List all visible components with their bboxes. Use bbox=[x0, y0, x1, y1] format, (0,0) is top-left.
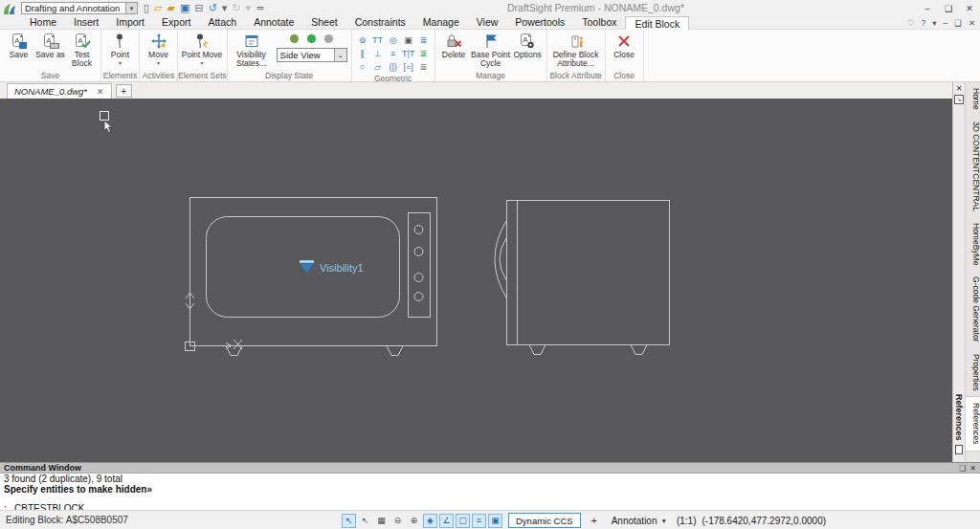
references-page-icon bbox=[955, 445, 963, 454]
menu-tab[interactable]: Export bbox=[153, 16, 199, 29]
constraint-horizontal-icon[interactable]: ≡ bbox=[386, 47, 401, 60]
command-window-close-icon[interactable]: ✕ bbox=[969, 464, 976, 473]
open-icon[interactable]: ▱ bbox=[154, 3, 162, 13]
point-move-button[interactable]: Point Move ▾ bbox=[181, 32, 223, 66]
side-tab[interactable]: References bbox=[966, 396, 980, 451]
menu-tab[interactable]: Manage bbox=[414, 16, 468, 29]
visibility-states-icon bbox=[243, 32, 260, 51]
menu-tab[interactable]: Annotate bbox=[245, 16, 302, 29]
constraint-vertical-icon[interactable]: TT bbox=[370, 33, 386, 47]
menu-tab[interactable]: Edit Block bbox=[625, 16, 689, 30]
command-input-area[interactable]: 3 found (2 duplicate), 9 totalSpecify en… bbox=[0, 474, 980, 515]
command-window: Command Window ❑ ✕ 3 found (2 duplicate)… bbox=[0, 462, 980, 510]
constraint-lock-entities-icon[interactable]: ≣ bbox=[416, 33, 432, 47]
redo-caret-icon[interactable]: ▾ bbox=[246, 3, 252, 13]
palette-pin-icon[interactable]: ↘ bbox=[954, 95, 964, 104]
menu-tab[interactable]: Import bbox=[107, 16, 153, 29]
etrack-toggle-icon[interactable]: ∠ bbox=[439, 514, 454, 528]
new-document-icon[interactable]: ▯ bbox=[144, 3, 149, 13]
polar-toggle-icon[interactable]: ⊕ bbox=[407, 514, 421, 528]
side-tab[interactable]: Home bbox=[966, 82, 980, 116]
display-state-select[interactable]: Side View ⌄ bbox=[277, 48, 347, 62]
side-tab[interactable]: Properties bbox=[966, 348, 980, 397]
palette-close-icon[interactable]: ✕ bbox=[956, 84, 963, 93]
quick-snap-toggle-icon[interactable]: ▣ bbox=[488, 514, 502, 528]
menu-tab[interactable]: Toolbox bbox=[573, 16, 625, 29]
document-tab[interactable]: NONAME_0.dwg* ✕ bbox=[7, 83, 112, 99]
window-title: DraftSight Premium - NONAME_0.dwg* bbox=[507, 2, 684, 13]
side-tab[interactable]: HomeByMe bbox=[966, 217, 980, 271]
constraint-concentric-icon[interactable]: ◎ bbox=[386, 33, 401, 47]
doc-close-icon[interactable]: ✕ bbox=[969, 18, 975, 28]
esnap-toggle-icon[interactable]: ◈ bbox=[423, 514, 437, 528]
constraint-tangent-icon[interactable]: T|T bbox=[401, 47, 416, 60]
dynamic-input-toggle-icon[interactable]: ▢ bbox=[456, 514, 470, 528]
display-state-select-caret-icon[interactable]: ⌄ bbox=[334, 49, 346, 61]
constraint-coincident-icon[interactable]: ⊚ bbox=[355, 33, 370, 47]
undo-caret-icon[interactable]: ▾ bbox=[222, 3, 228, 13]
constraint-lock-icon[interactable]: ▣ bbox=[401, 33, 416, 47]
favorites-heart-icon[interactable]: ♡ bbox=[907, 18, 915, 28]
command-window-titlebar[interactable]: Command Window ❑ ✕ bbox=[0, 463, 980, 474]
point-button[interactable]: Point ▾ bbox=[104, 32, 136, 66]
undo-icon[interactable]: ↺ bbox=[209, 3, 217, 13]
menu-tab[interactable]: Insert bbox=[65, 16, 107, 29]
minimize-button[interactable]: – bbox=[917, 4, 938, 13]
state-hidden-icon[interactable] bbox=[324, 34, 333, 43]
side-tab[interactable]: 3D CONTENTCENTRAL bbox=[966, 116, 980, 217]
constraint-lock-green-icon[interactable]: ≣ bbox=[416, 47, 432, 60]
restore-button[interactable]: ❑ bbox=[938, 4, 959, 13]
doc-restore-icon[interactable]: ❑ bbox=[954, 18, 962, 28]
constraint-perpendicular-icon[interactable]: ⊥ bbox=[370, 47, 386, 60]
visibility-states-button[interactable]: Visibility States... bbox=[231, 32, 273, 71]
menu-tab[interactable]: Powertools bbox=[506, 16, 573, 29]
constraint-parallel-icon[interactable]: ∥ bbox=[355, 47, 370, 60]
define-block-attribute-button[interactable]: Define Block Attribute... bbox=[550, 32, 602, 68]
save-sheet-icon[interactable]: ▰ bbox=[167, 3, 175, 13]
print-icon[interactable]: ⊟ bbox=[194, 3, 203, 13]
select-pointer-icon[interactable]: ↖ bbox=[358, 514, 372, 528]
dynamic-ccs-button[interactable]: Dynamic CCS bbox=[508, 513, 581, 528]
menu-tab[interactable]: View bbox=[468, 16, 507, 29]
base-point-cycle-button[interactable]: Base Point Cycle bbox=[470, 32, 512, 68]
state-striped-icon[interactable] bbox=[290, 34, 299, 43]
drawing-canvas[interactable]: Visibility1 bbox=[0, 99, 952, 462]
constraint-equal-radius-icon[interactable]: (|) bbox=[386, 60, 401, 74]
workspace-caret-icon[interactable]: ▾ bbox=[125, 3, 137, 13]
command-window-float-icon[interactable]: ❑ bbox=[959, 464, 966, 473]
doc-minimize-icon[interactable]: – bbox=[944, 18, 948, 28]
annotation-dropdown[interactable]: Annotation ▼ bbox=[612, 516, 667, 526]
ortho-toggle-icon[interactable]: ⊖ bbox=[390, 514, 405, 528]
side-tab[interactable]: G-code Generator bbox=[966, 271, 980, 348]
menu-tab[interactable]: Constraints bbox=[346, 16, 414, 29]
constraint-smooth-icon[interactable]: ○ bbox=[355, 60, 370, 74]
constraint-equal-icon[interactable]: [=] bbox=[401, 60, 416, 74]
redo-icon[interactable]: ↻ bbox=[232, 3, 240, 13]
help-icon[interactable]: ? bbox=[922, 18, 926, 28]
options-button[interactable]: A Options bbox=[512, 32, 544, 59]
point-move-caret-icon: ▾ bbox=[200, 60, 203, 66]
constraint-lock-list-icon[interactable]: ≣ bbox=[416, 60, 432, 74]
test-block-button[interactable]: A Test Block bbox=[66, 32, 98, 68]
workspace-select[interactable]: Drafting and Annotation ▾ bbox=[21, 2, 138, 14]
save-as-button[interactable]: A Save as bbox=[34, 32, 66, 59]
close-button[interactable]: ✕ bbox=[959, 4, 980, 13]
grid-toggle-icon[interactable]: ▦ bbox=[374, 514, 389, 528]
save-icon[interactable]: ▣ bbox=[180, 3, 189, 13]
delete-button[interactable]: Delete bbox=[438, 32, 470, 59]
status-add-button[interactable]: + bbox=[587, 513, 602, 528]
constraint-symmetric-icon[interactable]: ▱ bbox=[370, 60, 386, 74]
menu-tab[interactable]: Attach bbox=[199, 16, 245, 29]
menu-tab[interactable]: Sheet bbox=[302, 16, 345, 29]
new-tab-button[interactable]: + bbox=[116, 84, 132, 98]
help-caret-icon[interactable]: ▾ bbox=[932, 18, 936, 28]
lineweight-toggle-icon[interactable]: ≡ bbox=[472, 514, 486, 528]
state-visible-icon[interactable] bbox=[307, 34, 316, 43]
menu-tab[interactable]: Home bbox=[21, 16, 65, 29]
close-block-editor-button[interactable]: Close bbox=[609, 32, 640, 59]
move-button[interactable]: Move ▾ bbox=[143, 32, 174, 66]
customize-qat-icon[interactable]: ≂ bbox=[256, 3, 264, 13]
entity-snap-pointer-icon[interactable]: ↖ bbox=[342, 514, 356, 528]
save-button[interactable]: A Save bbox=[3, 32, 34, 59]
document-tab-close-icon[interactable]: ✕ bbox=[97, 87, 104, 97]
